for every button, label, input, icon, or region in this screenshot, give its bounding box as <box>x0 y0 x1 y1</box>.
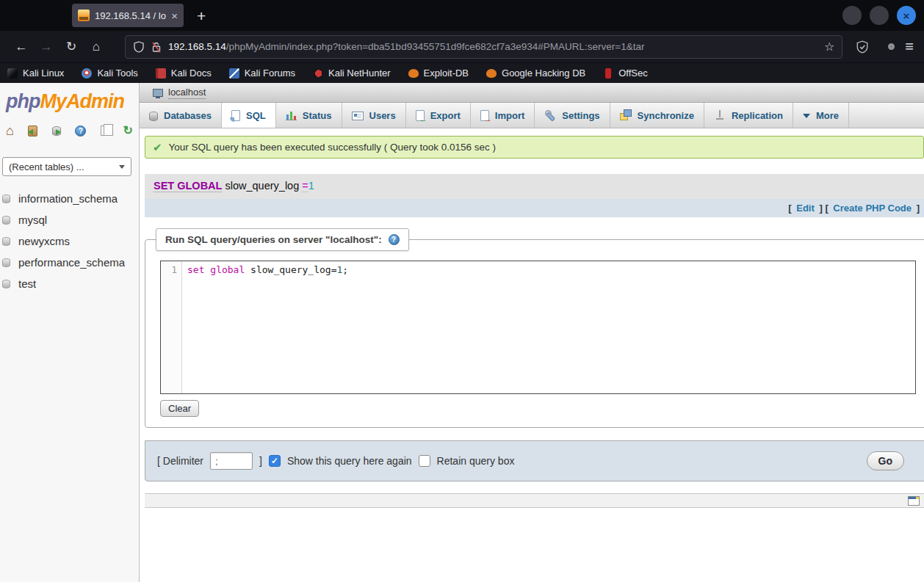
settings-wrench-icon <box>544 109 556 121</box>
tab-sql[interactable]: SQL <box>222 103 276 128</box>
show-query-checkbox[interactable] <box>269 455 281 467</box>
tab-settings[interactable]: Settings <box>535 103 610 128</box>
breadcrumb: localhost <box>140 83 924 103</box>
logout-icon[interactable] <box>28 126 37 137</box>
sidebar-item-performance-schema[interactable]: performance_schema <box>0 252 139 273</box>
show-query-label: Show this query here again <box>287 455 412 467</box>
kali-docs-icon <box>156 68 166 79</box>
server-icon <box>153 89 163 97</box>
query-links-bar: [ Edit ] [ Create PHP Code ] <box>145 199 924 217</box>
query-options-bar: [ Delimiter ] Show this query here again… <box>145 440 924 481</box>
breadcrumb-server-link[interactable]: localhost <box>168 87 206 99</box>
tab-databases[interactable]: Databases <box>140 103 222 128</box>
sql-window-icon[interactable] <box>52 126 61 136</box>
database-list: information_schema mysql newyxcms perfor… <box>0 188 139 294</box>
bookmark-star-icon[interactable]: ☆ <box>824 40 834 54</box>
window-maximize-button[interactable] <box>870 6 889 25</box>
executed-query-box: SET GLOBAL slow_query_log =1 [ Edit ] [ … <box>145 174 924 217</box>
account-icon[interactable] <box>888 43 895 50</box>
reload-button[interactable]: ↻ <box>59 40 84 53</box>
browser-window: 192.168.5.14 / localhost | p × + × ← → ↻… <box>0 0 924 582</box>
menu-button[interactable]: ≡ <box>905 38 914 55</box>
new-tab-button[interactable]: + <box>197 8 206 23</box>
shield-permissions-icon[interactable] <box>133 41 145 53</box>
delimiter-input[interactable] <box>210 452 253 470</box>
kali-nethunter-icon <box>313 68 323 79</box>
tab-more[interactable]: More <box>793 103 849 128</box>
databases-icon <box>149 112 158 121</box>
bookmark-kali-forums[interactable]: Kali Forums <box>229 68 295 79</box>
sql-form-legend: Run SQL query/queries on server "localho… <box>156 228 409 251</box>
sidebar-item-mysql[interactable]: mysql <box>0 209 139 230</box>
code-operator: = <box>331 264 337 275</box>
sidebar-item-test[interactable]: test <box>0 273 139 294</box>
sidebar-item-newyxcms[interactable]: newyxcms <box>0 230 139 252</box>
sidebar-item-information-schema[interactable]: information_schema <box>0 188 139 209</box>
database-icon <box>2 280 10 288</box>
tab-status[interactable]: Status <box>276 103 342 128</box>
export-icon <box>416 110 425 121</box>
success-text: Your SQL query has been executed success… <box>169 142 497 153</box>
chevron-down-icon <box>119 165 125 169</box>
sql-query-form: Run SQL query/queries on server "localho… <box>145 239 924 428</box>
help-icon[interactable] <box>389 234 400 245</box>
line-number: 1 <box>171 264 177 275</box>
import-icon <box>480 110 489 121</box>
window-minimize-button[interactable] <box>842 6 862 25</box>
reload-navigation-icon[interactable]: ↻ <box>123 125 133 137</box>
executed-query-sql: SET GLOBAL slow_query_log =1 <box>145 174 924 199</box>
go-button[interactable]: Go <box>867 451 904 470</box>
bookmark-exploit-db[interactable]: Exploit-DB <box>408 68 469 79</box>
back-button[interactable]: ← <box>9 40 34 53</box>
insecure-lock-icon[interactable] <box>151 41 162 53</box>
bookmarks-bar: Kali Linux Kali Tools Kali Docs Kali For… <box>0 62 924 83</box>
kali-forums-icon <box>229 68 239 79</box>
home-button[interactable]: ⌂ <box>84 40 109 53</box>
phpmyadmin-favicon-icon <box>78 10 90 21</box>
bookmark-kali-docs[interactable]: Kali Docs <box>156 68 212 79</box>
bookmark-offsec[interactable]: OffSec <box>603 68 648 79</box>
sql-editor[interactable]: 1 set global slow_query_log=1; <box>160 261 916 394</box>
sql-icon <box>231 110 240 121</box>
database-icon <box>2 258 10 267</box>
forward-button[interactable]: → <box>34 40 59 53</box>
bookmark-kali-nethunter[interactable]: Kali NetHunter <box>313 68 391 79</box>
sql-identifier: slow_query_log <box>222 180 302 192</box>
bookmark-kali-linux[interactable]: Kali Linux <box>7 68 64 79</box>
sql-number: 1 <box>308 180 314 192</box>
tab-synchronize[interactable]: Synchronize <box>610 103 704 128</box>
retain-query-checkbox[interactable] <box>419 455 430 467</box>
pma-tab-strip: Databases SQL Status Users Export Import… <box>140 103 924 128</box>
help-icon[interactable] <box>75 126 86 137</box>
recent-tables-select[interactable]: (Recent tables) ... <box>2 157 131 176</box>
clear-button[interactable]: Clear <box>160 400 199 417</box>
browser-toolbar: ← → ↻ ⌂ 192.168.5.14/phpMyAdmin/index.ph… <box>0 31 924 62</box>
shield-check-icon[interactable] <box>856 40 869 54</box>
window-close-button[interactable]: × <box>897 6 916 25</box>
bookmark-kali-tools[interactable]: Kali Tools <box>82 68 137 79</box>
address-bar[interactable]: 192.168.5.14/phpMyAdmin/index.php?token=… <box>125 35 842 59</box>
more-chevron-icon <box>803 114 810 118</box>
browser-tab[interactable]: 192.168.5.14 / localhost | p × <box>72 4 184 27</box>
pma-sidebar: phpMyAdmin ⌂ ↻ (Recent tables) ... infor… <box>0 83 140 582</box>
browser-tab-bar: 192.168.5.14 / localhost | p × + × <box>0 0 924 31</box>
delimiter-label: [ Delimiter <box>157 455 203 467</box>
editor-code[interactable]: set global slow_query_log=1; <box>182 261 348 393</box>
offsec-icon <box>605 68 611 79</box>
tab-replication[interactable]: Replication <box>704 103 793 128</box>
bookmark-google-hacking-db[interactable]: Google Hacking DB <box>486 68 585 79</box>
code-semicolon: ; <box>342 264 348 275</box>
phpmyadmin-logo[interactable]: phpMyAdmin <box>0 83 139 113</box>
documentation-icon[interactable] <box>101 126 109 136</box>
tab-export[interactable]: Export <box>406 103 471 128</box>
create-php-code-link[interactable]: Create PHP Code <box>833 203 912 214</box>
url-text[interactable]: 192.168.5.14/phpMyAdmin/index.php?token=… <box>168 41 818 52</box>
home-icon[interactable]: ⌂ <box>6 124 14 137</box>
google-hacking-db-bug-icon <box>486 69 497 78</box>
tab-close-icon[interactable]: × <box>171 10 178 21</box>
editor-gutter: 1 <box>161 261 182 393</box>
tab-users[interactable]: Users <box>342 103 406 128</box>
edit-query-link[interactable]: Edit <box>796 203 815 214</box>
open-new-window-icon[interactable] <box>908 496 920 506</box>
tab-import[interactable]: Import <box>471 103 535 128</box>
